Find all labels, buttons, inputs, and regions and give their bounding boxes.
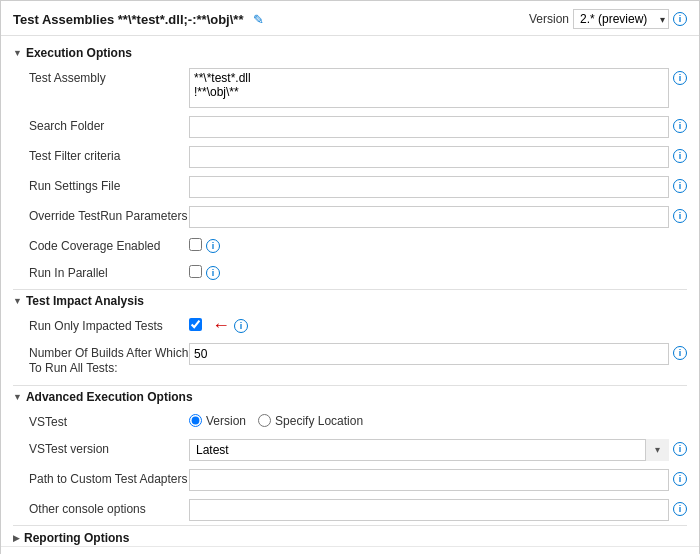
run-settings-label: Run Settings File	[29, 176, 189, 195]
vstest-version-select[interactable]: Latest 16.0 15.0 14.0	[189, 439, 669, 461]
num-builds-info-icon[interactable]: i	[673, 346, 687, 360]
override-params-control: i	[189, 206, 687, 228]
vstest-version-label: VSTest version	[29, 439, 189, 458]
vstest-version-option[interactable]: Version	[189, 414, 246, 428]
run-impacted-info-icon[interactable]: i	[234, 319, 248, 333]
test-filter-control: i	[189, 146, 687, 168]
reporting-options-section-header[interactable]: ▶ Reporting Options	[13, 525, 687, 546]
page-header: Test Assemblies **\*test*.dll;-:**\obj\*…	[1, 1, 699, 36]
run-impacted-row: Run Only Impacted Tests ← i	[13, 312, 687, 339]
more-info-link[interactable]: i More Information ↗	[1, 546, 699, 554]
run-settings-control: i	[189, 176, 687, 198]
override-params-row: Override TestRun Parameters i	[13, 202, 687, 232]
other-console-row: Other console options i	[13, 495, 687, 525]
code-coverage-checkbox-wrap	[189, 236, 202, 251]
override-params-info-icon[interactable]: i	[673, 209, 687, 223]
test-filter-row: Test Filter criteria i	[13, 142, 687, 172]
path-adapters-row: Path to Custom Test Adapters i	[13, 465, 687, 495]
run-parallel-row: Run In Parallel i	[13, 259, 687, 286]
code-coverage-checkbox[interactable]	[189, 238, 202, 251]
run-impacted-label: Run Only Impacted Tests	[29, 316, 189, 335]
run-parallel-checkbox[interactable]	[189, 265, 202, 278]
vstest-version-row: VSTest version Latest 16.0 15.0 14.0 ▾ i	[13, 435, 687, 465]
test-impact-section-header[interactable]: ▼ Test Impact Analysis	[13, 289, 687, 312]
vstest-version-radio[interactable]	[189, 414, 202, 427]
search-folder-control: i	[189, 116, 687, 138]
advanced-execution-section-header[interactable]: ▼ Advanced Execution Options	[13, 385, 687, 408]
other-console-label: Other console options	[29, 499, 189, 518]
version-label: Version	[529, 12, 569, 26]
vstest-location-option[interactable]: Specify Location	[258, 414, 363, 428]
test-assembly-label: Test Assembly	[29, 68, 189, 87]
vstest-version-info-icon[interactable]: i	[673, 442, 687, 456]
run-parallel-info-icon[interactable]: i	[206, 266, 220, 280]
other-console-info-icon[interactable]: i	[673, 502, 687, 516]
advanced-execution-title: Advanced Execution Options	[26, 390, 193, 404]
version-selector: Version 2.* (preview) 1.* 2.* i	[529, 9, 687, 29]
run-settings-row: Run Settings File i	[13, 172, 687, 202]
test-assembly-input[interactable]: **\*test*.dll !**\obj\**	[189, 68, 669, 108]
num-builds-label: Number Of Builds After WhichTo Run All T…	[29, 343, 189, 377]
run-impacted-checkbox-wrap	[189, 316, 202, 331]
run-impacted-control: ← i	[189, 316, 687, 334]
page-title: Test Assemblies **\*test*.dll;-:**\obj\*…	[13, 12, 243, 27]
reporting-options-title: Reporting Options	[24, 531, 129, 545]
main-content: ▼ Execution Options Test Assembly **\*te…	[1, 36, 699, 546]
advanced-execution-toggle: ▼	[13, 392, 22, 402]
search-folder-label: Search Folder	[29, 116, 189, 135]
run-parallel-checkbox-wrap	[189, 263, 202, 278]
test-assembly-row: Test Assembly **\*test*.dll !**\obj\** i	[13, 64, 687, 112]
search-folder-row: Search Folder i	[13, 112, 687, 142]
run-parallel-label: Run In Parallel	[29, 263, 189, 282]
red-arrow-indicator: ←	[212, 316, 230, 334]
test-assembly-info-icon[interactable]: i	[673, 71, 687, 85]
code-coverage-control: i	[189, 236, 687, 253]
test-impact-toggle: ▼	[13, 296, 22, 306]
other-console-input[interactable]	[189, 499, 669, 521]
vstest-version-radio-label: Version	[206, 414, 246, 428]
path-adapters-label: Path to Custom Test Adapters	[29, 469, 189, 488]
execution-options-toggle: ▼	[13, 48, 22, 58]
vstest-control: Version Specify Location	[189, 412, 687, 428]
test-assembly-control: **\*test*.dll !**\obj\** i	[189, 68, 687, 108]
vstest-radio-group: Version Specify Location	[189, 412, 363, 428]
num-builds-control: i	[189, 343, 687, 365]
version-dropdown-wrap: 2.* (preview) 1.* 2.*	[573, 9, 669, 29]
other-console-control: i	[189, 499, 687, 521]
vstest-location-radio[interactable]	[258, 414, 271, 427]
run-parallel-control: i	[189, 263, 687, 280]
code-coverage-info-icon[interactable]: i	[206, 239, 220, 253]
version-dropdown[interactable]: 2.* (preview) 1.* 2.*	[573, 9, 669, 29]
test-filter-info-icon[interactable]: i	[673, 149, 687, 163]
vstest-location-radio-label: Specify Location	[275, 414, 363, 428]
test-impact-title: Test Impact Analysis	[26, 294, 144, 308]
test-filter-label: Test Filter criteria	[29, 146, 189, 165]
edit-icon[interactable]: ✎	[253, 12, 264, 27]
execution-options-section-header[interactable]: ▼ Execution Options	[13, 42, 687, 64]
search-folder-input[interactable]	[189, 116, 669, 138]
vstest-version-control: Latest 16.0 15.0 14.0 ▾ i	[189, 439, 687, 461]
code-coverage-row: Code Coverage Enabled i	[13, 232, 687, 259]
override-params-input[interactable]	[189, 206, 669, 228]
version-info-icon[interactable]: i	[673, 12, 687, 26]
vstest-version-select-wrap: Latest 16.0 15.0 14.0 ▾	[189, 439, 669, 461]
vstest-row: VSTest Version Specify Location	[13, 408, 687, 435]
test-filter-input[interactable]	[189, 146, 669, 168]
vstest-label: VSTest	[29, 412, 189, 431]
reporting-options-toggle: ▶	[13, 533, 20, 543]
execution-options-title: Execution Options	[26, 46, 132, 60]
path-adapters-input[interactable]	[189, 469, 669, 491]
run-settings-info-icon[interactable]: i	[673, 179, 687, 193]
code-coverage-label: Code Coverage Enabled	[29, 236, 189, 255]
path-adapters-control: i	[189, 469, 687, 491]
search-folder-info-icon[interactable]: i	[673, 119, 687, 133]
path-adapters-info-icon[interactable]: i	[673, 472, 687, 486]
num-builds-row: Number Of Builds After WhichTo Run All T…	[13, 339, 687, 381]
run-impacted-checkbox[interactable]	[189, 318, 202, 331]
run-settings-input[interactable]	[189, 176, 669, 198]
num-builds-input[interactable]	[189, 343, 669, 365]
override-params-label: Override TestRun Parameters	[29, 206, 189, 225]
